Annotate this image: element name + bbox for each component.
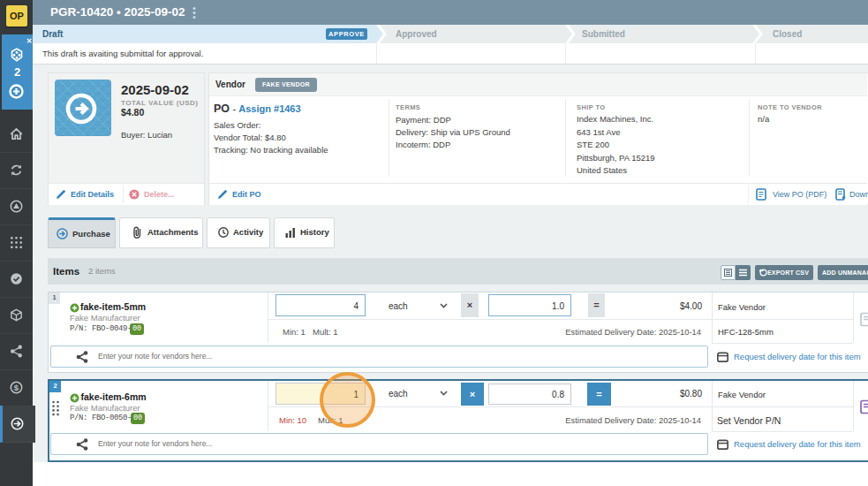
svg-text:$: $: [14, 383, 19, 392]
